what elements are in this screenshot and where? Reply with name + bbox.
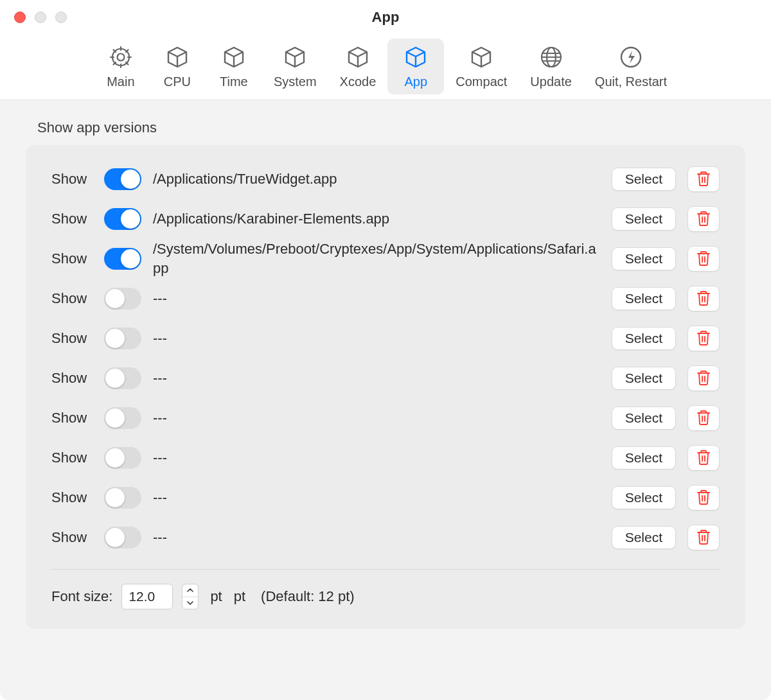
font-size-unit: pt (234, 588, 245, 605)
titlebar: App (0, 0, 771, 35)
toolbar-tab-label: App (405, 74, 428, 89)
row-show-label: Show (51, 211, 93, 227)
section-header: Show app versions (26, 119, 745, 136)
toolbar-tab-compact[interactable]: Compact (444, 39, 518, 94)
app-path: /Applications/TrueWidget.app (153, 170, 600, 189)
select-button[interactable]: Select (612, 367, 676, 390)
stepper-up[interactable] (182, 584, 198, 597)
row-show-label: Show (51, 410, 93, 426)
toolbar-tab-system[interactable]: System (262, 39, 328, 94)
app-row: Show --- Select (51, 319, 720, 358)
delete-button[interactable] (687, 286, 720, 311)
row-show-label: Show (51, 171, 93, 188)
delete-button[interactable] (687, 525, 720, 550)
app-path: --- (153, 448, 600, 468)
select-button[interactable]: Select (612, 526, 676, 549)
show-toggle[interactable] (104, 527, 141, 548)
app-path: /Applications/Karabiner-Elements.app (153, 209, 600, 229)
stepper-down[interactable] (182, 597, 198, 609)
show-toggle[interactable] (104, 168, 141, 190)
font-size-default-hint: (Default: 12 pt) (261, 588, 355, 605)
font-size-row: Font size: 12.0 pt pt (Default: 12 pt) (51, 584, 720, 609)
cube-icon (468, 44, 495, 71)
select-button[interactable]: Select (612, 407, 676, 430)
app-row: Show /System/Volumes/Preboot/Cryptexes/A… (51, 239, 720, 279)
trash-icon (696, 369, 711, 388)
trash-icon (696, 329, 711, 348)
show-toggle[interactable] (104, 367, 141, 389)
show-toggle[interactable] (104, 328, 141, 349)
app-row: Show /Applications/TrueWidget.app Select (51, 159, 720, 199)
delete-button[interactable] (687, 405, 720, 431)
font-size-label: Font size: (51, 588, 112, 605)
app-row: Show --- Select (51, 279, 720, 319)
zoom-window-button (55, 12, 67, 23)
toolbar-tab-label: CPU (164, 74, 191, 89)
toolbar-tab-label: Time (220, 74, 248, 89)
toolbar-tab-app[interactable]: App (387, 39, 444, 94)
delete-button[interactable] (687, 166, 720, 192)
select-button[interactable]: Select (612, 207, 676, 231)
row-show-label: Show (51, 529, 93, 546)
app-path: --- (153, 528, 600, 547)
row-show-label: Show (51, 330, 93, 347)
toolbar: Main CPU Time System Xcode App C (0, 35, 771, 100)
show-toggle[interactable] (104, 288, 141, 310)
app-path: /System/Volumes/Preboot/Cryptexes/App/Sy… (153, 240, 600, 277)
show-toggle[interactable] (104, 447, 141, 469)
select-button[interactable]: Select (612, 486, 676, 509)
row-show-label: Show (51, 290, 93, 307)
toolbar-tab-time[interactable]: Time (206, 39, 262, 94)
cube-icon (164, 44, 191, 71)
cube-icon (344, 44, 371, 71)
toolbar-tab-label: Xcode (340, 74, 377, 89)
app-row: Show --- Select (51, 438, 720, 478)
trash-icon (696, 449, 711, 468)
toolbar-tab-xcode[interactable]: Xcode (328, 39, 388, 94)
show-toggle[interactable] (104, 407, 141, 429)
toolbar-tab-label: Update (530, 74, 572, 89)
trash-icon (696, 250, 711, 268)
select-button[interactable]: Select (612, 446, 676, 469)
divider (51, 569, 720, 570)
font-size-stepper[interactable] (182, 584, 199, 609)
show-toggle[interactable] (104, 248, 141, 270)
toolbar-tab-update[interactable]: Update (518, 39, 583, 94)
app-path: --- (153, 488, 600, 507)
font-size-field[interactable]: 12.0 (121, 584, 173, 609)
show-toggle[interactable] (104, 208, 141, 230)
preferences-window: App Main CPU Time System Xcode (0, 0, 771, 700)
select-button[interactable]: Select (612, 327, 676, 350)
app-path: --- (153, 369, 600, 388)
select-button[interactable]: Select (612, 287, 676, 310)
close-window-button[interactable] (14, 12, 26, 23)
delete-button[interactable] (687, 206, 720, 232)
app-versions-panel: Show /Applications/TrueWidget.app Select… (26, 145, 745, 629)
select-button[interactable]: Select (612, 247, 676, 270)
app-row: Show --- Select (51, 518, 720, 557)
app-row: Show --- Select (51, 398, 720, 438)
toolbar-tab-quit-restart[interactable]: Quit, Restart (583, 39, 678, 94)
select-button[interactable]: Select (612, 168, 676, 191)
row-show-label: Show (51, 370, 93, 387)
minimize-window-button (35, 12, 46, 23)
show-toggle[interactable] (104, 487, 141, 509)
delete-button[interactable] (687, 485, 720, 511)
delete-button[interactable] (687, 365, 720, 391)
cube-icon (281, 44, 308, 71)
cube-icon (220, 44, 247, 71)
delete-button[interactable] (687, 445, 720, 471)
toolbar-tab-label: Quit, Restart (595, 74, 667, 89)
toolbar-tab-label: Compact (456, 74, 507, 89)
toolbar-tab-label: System (274, 74, 317, 89)
app-path: --- (153, 408, 600, 428)
gear-icon (107, 44, 134, 71)
toolbar-tab-cpu[interactable]: CPU (149, 39, 206, 94)
app-path: --- (153, 329, 600, 348)
delete-button[interactable] (687, 246, 720, 272)
cube-icon (402, 44, 429, 71)
trash-icon (696, 409, 711, 428)
toolbar-tab-main[interactable]: Main (93, 39, 149, 94)
delete-button[interactable] (687, 326, 720, 351)
trash-icon (696, 290, 711, 308)
